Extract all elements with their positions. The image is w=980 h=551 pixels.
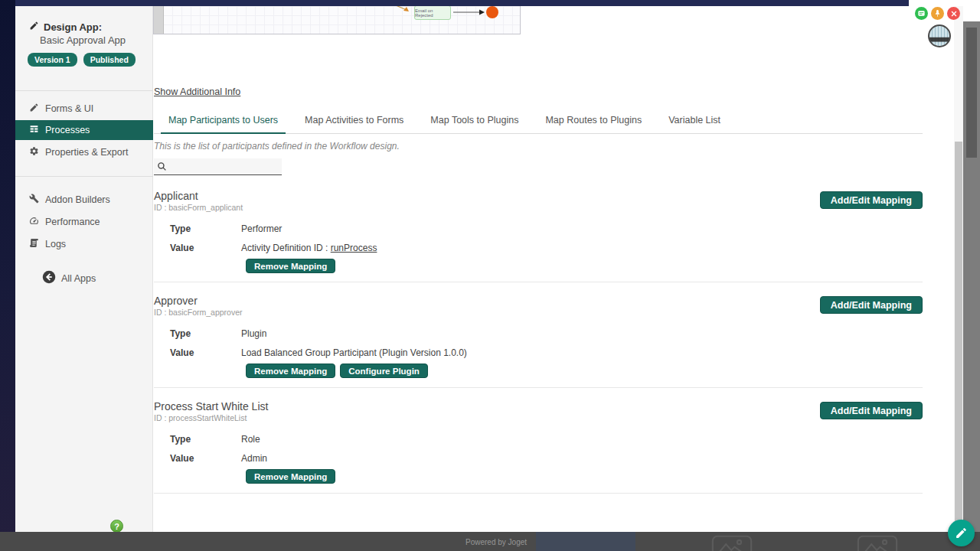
participant-section-process-start-white-list: Process Start White List ID : processSta… [154, 400, 923, 484]
design-app-label: Design App: [44, 21, 102, 33]
page-top-navy-bar [15, 0, 909, 6]
right-corner-fill [963, 0, 980, 21]
all-apps-label: All Apps [61, 273, 96, 284]
pencil-icon [955, 527, 968, 540]
type-value: Plugin [241, 328, 266, 339]
participant-id: ID : basicForm_applicant [154, 203, 923, 212]
gear-icon [29, 146, 39, 158]
user-avatar[interactable] [928, 24, 951, 47]
taskbar-thumbnail-icon[interactable] [854, 535, 901, 551]
type-label: Type [170, 223, 241, 234]
forms-ui-icon [29, 103, 39, 115]
all-apps-link[interactable]: All Apps [42, 270, 96, 286]
tab-map-activities-to-forms[interactable]: Map Activities to Forms [297, 109, 411, 133]
value-text: Admin [241, 453, 267, 464]
tab-bar: Map Participants to Users Map Activities… [154, 109, 923, 134]
remove-mapping-button[interactable]: Remove Mapping [246, 364, 335, 378]
add-edit-mapping-button[interactable]: Add/Edit Mapping [820, 296, 923, 314]
window-card-icon [917, 9, 926, 18]
taskbar-thumbnail-icon[interactable] [708, 535, 756, 551]
app-name: Basic Approval App [40, 34, 126, 46]
sidebar-item-label: Logs [45, 239, 66, 249]
outer-scrollbar-thumb[interactable] [966, 28, 977, 158]
search-input[interactable] [167, 161, 279, 172]
participant-name: Approver [154, 295, 923, 307]
speedometer-icon [29, 216, 39, 228]
logs-icon [29, 238, 39, 250]
pushpin-icon [933, 9, 942, 18]
value-label: Value [170, 347, 241, 358]
app-badges: Version 1 Published [28, 53, 136, 67]
type-label: Type [170, 434, 241, 445]
app-window: Design App: Basic Approval App Version 1… [15, 0, 963, 532]
sidebar-item-properties-export[interactable]: Properties & Export [15, 142, 153, 162]
tools-icon [29, 194, 39, 206]
design-app-heading: Design App: [29, 21, 102, 33]
sidebar-item-performance[interactable]: Performance [15, 212, 153, 232]
value-text: Activity Definition ID : runProcess [241, 243, 377, 253]
search-box [154, 158, 282, 175]
edit-square-icon [29, 21, 39, 33]
show-additional-info-link[interactable]: Show Additional Info [154, 86, 240, 97]
desktop-background: Design App: Basic Approval App Version 1… [0, 0, 980, 551]
tab-map-routes-to-plugins[interactable]: Map Routes to Plugins [537, 109, 649, 133]
tab-map-participants-to-users[interactable]: Map Participants to Users [161, 109, 286, 134]
sidebar-item-addon-builders[interactable]: Addon Builders [15, 190, 153, 210]
sidebar-item-label: Addon Builders [45, 194, 110, 205]
sidebar: Design App: Basic Approval App Version 1… [15, 6, 153, 532]
type-value: Role [241, 434, 260, 445]
participant-name: Applicant [154, 190, 923, 202]
sidebar-item-label: Processes [45, 125, 90, 135]
sidebar-item-processes[interactable]: Processes [15, 120, 153, 140]
diagram-arrows [154, 6, 520, 33]
section-separator [154, 387, 923, 388]
version-badge: Version 1 [28, 53, 77, 67]
type-value: Performer [241, 223, 282, 234]
participant-section-applicant: Applicant ID : basicForm_applicant Add/E… [154, 190, 923, 273]
edit-fab-button[interactable] [948, 520, 975, 546]
value-label: Value [170, 243, 241, 253]
participant-section-approver: Approver ID : basicForm_approver Add/Edi… [154, 295, 923, 378]
outer-scrollbar-track[interactable] [963, 21, 980, 551]
value-label: Value [170, 453, 241, 464]
sidebar-divider [15, 176, 153, 177]
value-text: Load Balanced Group Participant (Plugin … [241, 347, 467, 358]
sidebar-divider [15, 90, 153, 91]
sidebar-item-forms-ui[interactable]: Forms & UI [15, 99, 153, 119]
remove-mapping-button[interactable]: Remove Mapping [246, 259, 335, 273]
configure-plugin-button[interactable]: Configure Plugin [340, 364, 428, 378]
type-label: Type [170, 328, 241, 339]
participants-description: This is the list of participants defined… [154, 141, 400, 152]
tab-variable-list[interactable]: Variable List [661, 109, 728, 133]
powered-by-text: Powered by Joget [466, 538, 527, 546]
published-badge: Published [83, 53, 136, 67]
section-separator [154, 282, 923, 282]
x-icon [950, 10, 958, 18]
page-scrollbar-thumb[interactable] [955, 142, 962, 528]
arrow-left-circle-icon [42, 270, 56, 286]
add-edit-mapping-button[interactable]: Add/Edit Mapping [820, 191, 923, 209]
participant-id: ID : processStartWhiteList [154, 413, 923, 422]
add-edit-mapping-button[interactable]: Add/Edit Mapping [820, 402, 923, 419]
remove-mapping-button[interactable]: Remove Mapping [246, 469, 335, 484]
search-icon [157, 161, 167, 171]
minimize-button[interactable] [915, 7, 928, 20]
background-window-tint [536, 532, 635, 551]
sidebar-item-label: Properties & Export [45, 147, 128, 158]
end-node-icon [486, 6, 498, 18]
page-scrollbar-track[interactable] [954, 6, 963, 532]
pin-button[interactable] [931, 7, 944, 20]
participant-name: Process Start White List [154, 400, 923, 412]
flow-node-email-on-rejected[interactable]: Email on Rejected [414, 6, 451, 20]
activity-definition-link[interactable]: runProcess [331, 243, 377, 253]
close-button[interactable] [947, 7, 960, 20]
sidebar-item-label: Forms & UI [45, 103, 93, 114]
sidebar-item-logs[interactable]: Logs [15, 234, 153, 254]
processes-table-icon [29, 124, 39, 136]
participant-id: ID : basicForm_approver [154, 308, 923, 317]
taskbar-strip: Powered by Joget [0, 532, 980, 551]
process-diagram-preview: Email on Rejected [153, 6, 521, 34]
section-separator [154, 493, 923, 494]
help-button[interactable]: ? [110, 520, 123, 533]
tab-map-tools-to-plugins[interactable]: Map Tools to Plugins [423, 109, 526, 133]
